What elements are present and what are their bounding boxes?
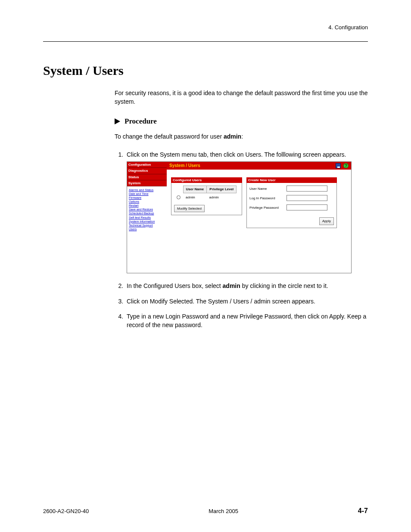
nav-header-system[interactable]: System (127, 180, 167, 186)
step-1: Click on the System menu tab, then click… (125, 151, 368, 274)
procedure-intro: To change the default password for user … (115, 133, 368, 141)
title-bar-text: System / Users (169, 163, 200, 169)
nav-link-firmware[interactable]: Firmware (129, 196, 165, 200)
intro2-bold: admin (224, 133, 241, 140)
configured-users-table: User Name Privilege Level admin admin (174, 186, 237, 201)
nav-link-sysinfo[interactable]: System Information (129, 220, 165, 223)
modify-selected-button[interactable]: Modify Selected (174, 205, 205, 212)
label-username: User Name (249, 186, 284, 191)
nav-link-alarms[interactable]: Alarms and Status (129, 188, 165, 192)
create-new-user-panel: Create New User User Name Log In Passwor… (246, 177, 337, 228)
label-login-password: Log In Password (249, 196, 284, 201)
help-icon[interactable] (343, 163, 349, 168)
create-new-user-title: Create New User (246, 177, 337, 183)
user-radio-admin[interactable] (177, 195, 181, 199)
nav-link-restart[interactable]: Restart (129, 204, 165, 207)
nav-column: Configuration Diagnostics Status System … (127, 162, 167, 273)
cell-privilege: admin (207, 193, 237, 201)
intro2-suffix: : (241, 133, 243, 140)
header-rule (43, 33, 368, 42)
nav-link-users[interactable]: Users (129, 227, 165, 231)
step-2-suffix: by clicking in the circle next to it. (240, 282, 328, 289)
title-bar: System / Users (167, 162, 351, 170)
save-icon[interactable] (336, 163, 341, 168)
nav-header-status[interactable]: Status (127, 174, 167, 180)
page: 4. Configuration System / Users For secu… (0, 0, 411, 532)
input-privilege-password[interactable] (286, 204, 327, 210)
step-2-bold: admin (223, 282, 240, 289)
screenshot-system-users: Configuration Diagnostics Status System … (127, 161, 352, 273)
running-header: 4. Configuration (43, 24, 368, 31)
step-3: Click on Modify Selected. The System / U… (125, 297, 368, 306)
nav-header-configuration[interactable]: Configuration (127, 162, 167, 168)
cell-username: admin (183, 193, 207, 201)
step-2-prefix: In the Configured Users box, select (127, 282, 223, 289)
step-2: In the Configured Users box, select admi… (125, 282, 368, 291)
nav-link-scheduledbackup[interactable]: Scheduled Backup (129, 211, 165, 215)
configured-users-title: Configured Users (171, 177, 242, 183)
intro2-prefix: To change the default password for user (115, 133, 224, 140)
input-username[interactable] (286, 186, 327, 192)
nav-link-techsupport[interactable]: Technical Support (129, 223, 165, 227)
nav-link-selftest[interactable]: Self-test Results (129, 216, 165, 220)
nav-header-diagnostics[interactable]: Diagnostics (127, 168, 167, 174)
nav-link-datetime[interactable]: Date and Time (129, 192, 165, 196)
footer-page-number: 4-7 (358, 507, 368, 515)
procedure-heading: Procedure (115, 116, 368, 127)
input-login-password[interactable] (286, 195, 327, 201)
main-column: System / Users Configured Users (167, 162, 351, 273)
triangle-icon (115, 118, 120, 124)
col-privilege: Privilege Level (207, 186, 237, 193)
configured-users-panel: Configured Users User Name Privilege Lev… (171, 177, 242, 228)
apply-button[interactable]: Apply (319, 217, 334, 225)
nav-links: Alarms and Status Date and Time Firmware… (127, 186, 167, 233)
footer: 2600-A2-GN20-40 March 2005 4-7 (43, 507, 368, 515)
footer-date: March 2005 (209, 508, 238, 514)
footer-doc-id: 2600-A2-GN20-40 (43, 508, 89, 514)
step-4: Type in a new Login Password and a new P… (125, 312, 368, 329)
label-privilege-password: Privilege Password (249, 205, 284, 210)
col-username: User Name (183, 186, 207, 193)
procedure-label: Procedure (125, 116, 157, 127)
step-1-text: Click on the System menu tab, then click… (127, 151, 346, 158)
nav-link-options[interactable]: Options (129, 200, 165, 204)
nav-link-saverestore[interactable]: Save and Restore (129, 207, 165, 211)
table-row: admin admin (174, 193, 237, 201)
body-block: For security reasons, it is a good idea … (115, 89, 368, 330)
steps-list: Click on the System menu tab, then click… (125, 151, 368, 330)
section-title: System / Users (43, 63, 368, 78)
intro-paragraph: For security reasons, it is a good idea … (115, 89, 368, 106)
